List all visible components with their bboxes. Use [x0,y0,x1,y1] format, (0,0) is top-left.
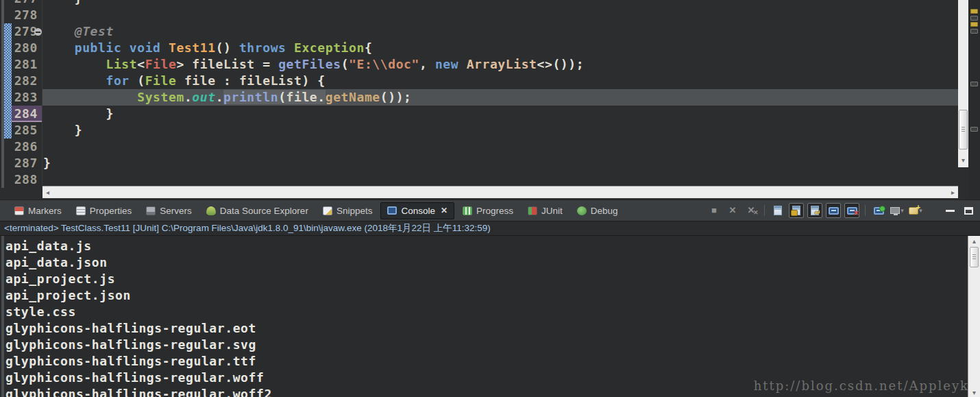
gray-annotation-marker[interactable] [970,29,978,34]
token: Exception [294,40,365,55]
clear-console-button[interactable] [770,203,785,218]
tab-servers[interactable]: Servers [140,203,198,219]
line-number[interactable]: 288 [12,171,42,188]
tab-console[interactable]: Console✕ [380,202,454,219]
token: ()); [380,90,412,104]
token: ) { [302,73,325,88]
tab-markers[interactable]: Markers [8,203,68,219]
code-line-279[interactable]: 279 @Test [0,23,958,40]
open-console-icon [909,207,918,215]
token: <>()); [537,57,585,71]
open-console-button[interactable]: ▾ [908,203,923,218]
gray-annotation-marker[interactable] [970,16,978,21]
clear-console-icon [774,206,782,215]
line-number[interactable]: 277 [12,0,42,7]
scrollbar-thumb[interactable] [970,247,979,267]
token: = [255,57,278,71]
token: . [317,90,325,104]
tab-debug[interactable]: Debug [571,203,624,219]
console-toolbar: ■✕✕✕▾▾ [707,201,976,220]
minimize-button[interactable] [942,203,957,218]
scroll-right-icon[interactable]: ▸ [948,189,958,196]
token: for [106,73,130,88]
editor-vertical-scrollbar[interactable]: ▾ [958,0,968,167]
line-number[interactable]: 286 [12,139,42,155]
console-view[interactable]: api_data.jsapi_data.jsonapi_project.jsap… [0,235,980,397]
token: ArrayList [467,57,537,71]
show-stderr-button[interactable] [844,203,859,218]
console-output[interactable]: api_data.jsapi_data.jsonapi_project.jsap… [5,238,966,397]
tab-data-source-explorer[interactable]: Data Source Explorer [200,203,315,219]
line-number[interactable]: 280 [12,40,42,56]
code-text [42,139,958,155]
console-vertical-scrollbar[interactable]: ▴ ▾ [968,236,980,397]
line-number[interactable]: 284 [12,106,42,122]
remove-all-launches-button[interactable]: ✕✕ [744,203,759,218]
token: file [286,90,318,104]
line-number[interactable]: 282 [12,73,42,89]
token: List [106,57,138,71]
tab-snippets[interactable]: Snippets [317,203,379,219]
code-line-285[interactable]: 285 } [0,122,958,139]
pin-console-button[interactable] [871,203,886,218]
tab-label: Progress [476,206,513,216]
gray-annotation-marker[interactable] [970,82,978,86]
token: throws [239,40,286,55]
line-number[interactable]: 281 [12,56,42,73]
overview-ruler[interactable] [968,0,980,200]
code-line-284[interactable]: 284 } [0,106,958,122]
code-line-280[interactable]: 280 public void Test11() throws Exceptio… [0,40,958,56]
scroll-down-icon[interactable]: ▾ [958,156,968,164]
watermark: http://blog.csdn.net/Appleyk [754,378,969,393]
gray-annotation-marker[interactable] [970,127,978,132]
markers-icon [14,206,24,215]
yellow-annotation-marker[interactable] [970,22,978,27]
console-icon [387,206,397,215]
code-line-286[interactable]: 286 [0,139,958,155]
show-stdout-button[interactable] [826,203,841,218]
sub-x-icon: ✕ [753,208,759,217]
code-line-287[interactable]: 287} [0,155,958,171]
scroll-down-icon[interactable]: ▾ [968,389,980,396]
tab-label: Console [401,206,435,216]
console-line: glyphicons-halflings-regular.svg [5,337,966,353]
scrollbar-thumb[interactable] [959,110,968,149]
line-number[interactable]: 278 [12,7,42,23]
close-icon[interactable]: ✕ [441,206,448,215]
tab-properties[interactable]: Properties [70,203,138,219]
token: ( [341,57,349,71]
line-number[interactable]: 285 [12,122,42,139]
tab-progress[interactable]: Progress [456,203,519,219]
code-line-282[interactable]: 282 for (File file : fileList) { [0,73,958,89]
scroll-lock-button[interactable] [789,203,804,218]
maximize-button[interactable] [961,203,976,218]
chevron-down-icon: ▾ [901,207,904,214]
token: new [435,57,458,71]
token [43,0,75,5]
console-line: glyphicons-halflings-regular.ttf [5,353,966,370]
editor-horizontal-scrollbar[interactable]: ◂ ▸ [42,186,958,198]
code-line-278[interactable]: 278 [0,7,958,23]
console-left-edge [0,236,4,397]
token: . [216,90,223,104]
display-console-button[interactable]: ▾ [890,203,905,218]
yellow-annotation-marker[interactable] [970,9,978,14]
progress-icon [463,206,472,215]
fold-collapse-icon[interactable] [34,28,42,36]
code-line-277[interactable]: 277 } [0,0,958,7]
word-wrap-button[interactable] [807,203,822,218]
code-line-283[interactable]: 283 System.out.println(file.getName()); [0,89,958,106]
scroll-up-icon[interactable]: ▴ [968,237,980,245]
remove-launch-button[interactable]: ✕ [725,203,740,218]
tab-label: Data Source Explorer [220,206,308,216]
scroll-left-icon[interactable]: ◂ [42,189,53,196]
tab-junit[interactable]: JUnit [522,203,569,219]
token: System [137,90,184,104]
token: } [75,123,82,137]
code-line-281[interactable]: 281 List<File> fileList = getFiles("E:\\… [0,56,958,73]
terminate-button[interactable]: ■ [707,203,722,218]
line-number[interactable]: 283 [12,89,42,106]
line-number[interactable]: 287 [12,155,42,171]
code-editor[interactable]: 277 }278279 @Test280 public void Test11(… [0,0,980,200]
token: > [176,57,192,71]
